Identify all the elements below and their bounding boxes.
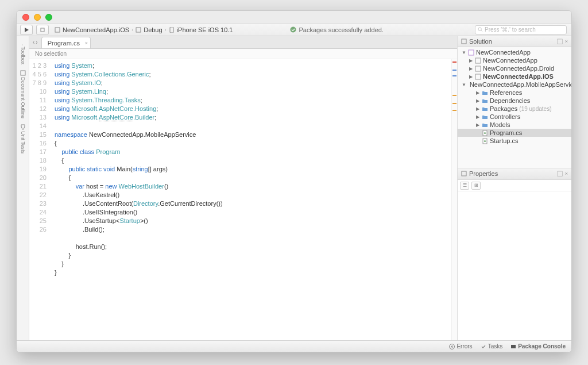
panel-close-button[interactable]: × [565,171,568,176]
search-icon [478,27,483,32]
disclosure-triangle-icon[interactable]: ▶ [475,90,480,95]
svg-text:T: T [20,44,24,45]
toolbox-tab[interactable]: T Toolbox [20,40,26,64]
breadcrumb-config: Debug [144,26,162,33]
info-marker[interactable] [452,75,457,76]
tree-label: NewConnectedApp [483,57,537,64]
outline-icon [20,70,26,76]
device-icon [169,27,175,33]
file-icon [482,130,488,136]
svg-marker-0 [25,28,29,32]
solution-tree[interactable]: ▼NewConnectedApp▶NewConnectedApp▶NewConn… [458,47,571,168]
disclosure-triangle-icon[interactable]: ▶ [475,98,480,103]
global-search-input[interactable]: Press '⌘.' to search [475,25,567,34]
breadcrumb-bar[interactable]: No selection [29,49,457,59]
chevron-right-icon: › [131,27,133,33]
left-rail: T Toolbox Document Outline Unit Tests [17,36,29,340]
properties-body [458,191,571,340]
tasks-button[interactable]: Tasks [481,343,503,349]
tree-label: References [490,89,522,96]
tree-suffix: (19 updates) [519,106,551,112]
error-marker[interactable] [452,62,457,63]
warning-marker[interactable] [452,110,457,111]
svg-rect-12 [475,58,481,63]
tree-label: NewConnectedApp.iOS [483,73,554,80]
disclosure-triangle-icon[interactable]: ▶ [469,66,473,71]
nav-forward-button[interactable]: › [36,39,37,45]
file-tab[interactable]: Program.cs × [41,37,91,48]
svg-rect-4 [170,27,173,33]
svg-rect-9 [21,71,25,75]
solution-title: Solution [469,38,492,45]
chevron-right-icon: › [165,27,167,33]
props-view-button-2[interactable]: ⊞ [471,182,481,190]
tree-row[interactable]: ▶NewConnectedApp.iOS [458,72,571,80]
ide-window: NewConnectedApp.iOS › Debug › iPhone SE … [16,10,572,352]
file-icon [482,138,488,144]
disclosure-triangle-icon[interactable]: ▼ [462,82,466,87]
status-text: Packages successfully added. [299,26,383,33]
run-button[interactable] [20,25,33,35]
selection-text: No selection [35,51,67,57]
tree-row[interactable]: ▶NewConnectedApp.Droid [458,64,571,72]
tab-nav: ‹ › [33,39,38,45]
minimize-window-button[interactable] [34,14,41,21]
tree-row[interactable]: Startup.cs [458,137,571,145]
disclosure-triangle-icon[interactable]: ▼ [462,50,466,55]
svg-point-6 [478,28,481,30]
tree-row[interactable]: ▶Packages (19 updates) [458,105,571,113]
config-button[interactable] [36,25,49,35]
toolbox-icon: T [20,40,26,45]
close-window-button[interactable] [22,14,29,21]
errors-button[interactable]: Errors [449,343,472,349]
svg-rect-1 [41,28,44,32]
gear-icon [40,28,45,32]
panel-close-button[interactable]: × [565,39,568,44]
disclosure-triangle-icon[interactable]: ▶ [469,74,473,79]
disclosure-triangle-icon[interactable]: ▶ [475,106,480,112]
properties-icon [461,171,467,176]
svg-point-17 [484,132,486,134]
svg-rect-24 [511,345,516,348]
error-icon [449,344,455,349]
disclosure-triangle-icon[interactable]: ▶ [475,122,480,128]
info-marker[interactable] [452,70,457,71]
svg-rect-14 [475,74,481,79]
warning-marker[interactable] [452,103,457,104]
tree-row[interactable]: ▶NewConnectedApp [458,56,571,64]
marker-strip[interactable] [451,59,457,340]
svg-rect-20 [462,171,466,176]
main-body: T Toolbox Document Outline Unit Tests ‹ … [17,36,571,340]
document-outline-tab[interactable]: Document Outline [20,70,26,118]
tree-label: NewConnectedApp.MobileAppService [470,81,571,88]
warning-marker[interactable] [452,95,457,96]
project-icon [475,57,481,64]
properties-panel: ☰ ⊞ [458,179,571,340]
unit-tests-tab[interactable]: Unit Tests [20,124,26,153]
code-editor[interactable]: 1 2 3 4 5 6 7 8 9 10 11 12 13 14 15 16 1… [29,59,457,340]
props-view-button-1[interactable]: ☰ [460,182,469,190]
tree-row[interactable]: Program.cs [458,129,571,137]
tree-row[interactable]: ▶Controllers [458,113,571,121]
code-content[interactable]: using System; using System.Collections.G… [51,59,451,340]
disclosure-triangle-icon[interactable]: ▶ [475,114,480,120]
check-icon [481,344,486,349]
disclosure-triangle-icon[interactable]: ▶ [469,58,473,63]
properties-panel-header[interactable]: Properties ⃞ × [458,168,571,179]
nav-back-button[interactable]: ‹ [33,39,34,45]
solution-panel-header[interactable]: Solution ⃞ × [458,36,571,47]
properties-toolbar: ☰ ⊞ [458,180,571,191]
tree-row[interactable]: ▼NewConnectedApp.MobileAppService [458,80,571,89]
project-icon [475,66,481,72]
package-console-button[interactable]: Package Console [510,343,566,349]
tree-row[interactable]: ▶References [458,89,571,97]
close-tab-button[interactable]: × [85,40,88,46]
run-config-breadcrumb[interactable]: NewConnectedApp.iOS › Debug › iPhone SE … [55,26,233,33]
svg-point-5 [291,27,296,33]
tree-row[interactable]: ▶Dependencies [458,97,571,105]
zoom-window-button[interactable] [45,14,52,21]
tree-row[interactable]: ▶Models [458,121,571,129]
solution-icon [468,49,474,56]
tree-row[interactable]: ▼NewConnectedApp [458,48,571,56]
svg-rect-2 [55,28,60,32]
